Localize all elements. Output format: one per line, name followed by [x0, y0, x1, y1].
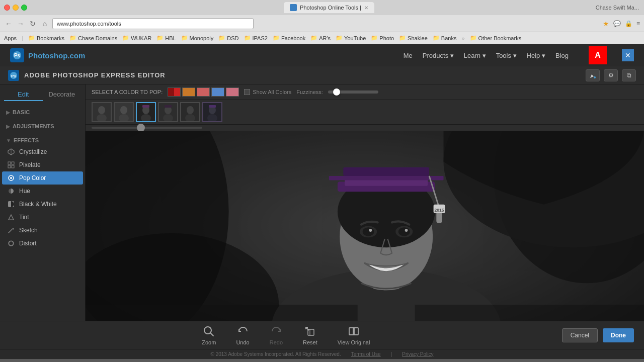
svg-line-15 — [9, 229, 13, 233]
swatch-red[interactable] — [168, 87, 181, 97]
section-effects-header[interactable]: ▼ EFFECTS — [0, 135, 85, 145]
section-adjustments-header[interactable]: ▶ ADJUSTMENTS — [0, 121, 85, 131]
tool-zoom[interactable]: Zoom — [202, 325, 216, 345]
thumbnail-6[interactable] — [202, 102, 222, 122]
bookmark-ipas2[interactable]: 📁 IPAS2 — [244, 35, 268, 41]
tool-reset[interactable]: Reset — [303, 325, 317, 345]
nav-tools[interactable]: Tools ▾ — [496, 52, 517, 59]
bookmark-ars[interactable]: 📁 AR's — [310, 35, 331, 41]
nav-learn[interactable]: Learn ▾ — [464, 52, 486, 59]
swatch-blue[interactable] — [211, 87, 224, 97]
swatch-pink[interactable] — [197, 87, 210, 97]
active-tab[interactable]: Photoshop Online Tools | ✕ — [284, 2, 374, 13]
swatch-orange[interactable] — [182, 87, 195, 97]
black-white-label: Black & White — [19, 201, 57, 208]
thumbnail-1[interactable] — [92, 102, 112, 122]
swatch-rose[interactable] — [226, 87, 239, 97]
tool-redo[interactable]: Redo — [270, 325, 283, 345]
nav-me[interactable]: Me — [404, 52, 413, 59]
bookmark-shaklee[interactable]: 📁 Shaklee — [399, 35, 428, 41]
chase-label: Chase Domains — [78, 35, 117, 41]
sidebar-item-black-white[interactable]: Black & White — [0, 198, 85, 211]
thumbnail-5[interactable] — [180, 102, 200, 122]
chat-icon[interactable]: 💬 — [613, 20, 621, 27]
bookmark-facebook[interactable]: 📁 Facebook — [273, 35, 305, 41]
close-editor-button[interactable]: ✕ — [622, 49, 634, 61]
nav-blog[interactable]: Blog — [555, 52, 569, 59]
canvas-image: 2015 — [86, 131, 644, 321]
tool-view-toggle[interactable]: ⧉ — [622, 69, 636, 81]
bookmark-apps[interactable]: Apps — [4, 35, 17, 41]
bookmark-chase[interactable]: 📁 Chase Domains — [69, 35, 117, 41]
tab-edit[interactable]: Edit — [4, 88, 43, 101]
done-button[interactable]: Done — [603, 328, 634, 342]
bookmark-bookmarks[interactable]: 📁 Bookmarks — [28, 35, 64, 41]
svg-point-59 — [398, 227, 410, 236]
show-all-checkbox[interactable] — [244, 89, 250, 95]
nav-products[interactable]: Products ▾ — [423, 52, 454, 59]
svg-rect-26 — [142, 105, 149, 108]
bookmark-other[interactable]: 📁 Other Bookmarks — [470, 35, 522, 41]
home-button[interactable]: ⌂ — [40, 19, 49, 28]
thumbnail-4[interactable] — [158, 102, 178, 122]
close-button[interactable] — [4, 5, 10, 11]
sidebar-item-crystallize[interactable]: Crystallize — [0, 145, 85, 158]
fuzziness-thumb[interactable] — [333, 88, 340, 96]
svg-rect-10 — [12, 165, 14, 168]
star-icon[interactable]: ★ — [603, 20, 609, 28]
thumbnail-2[interactable] — [114, 102, 134, 122]
back-button[interactable]: ← — [4, 19, 13, 28]
sidebar-item-distort[interactable]: Distort — [0, 237, 85, 250]
sidebar-item-sketch[interactable]: Sketch — [0, 224, 85, 237]
tool-view-original[interactable]: View Original — [338, 325, 370, 345]
nav-help[interactable]: Help ▾ — [527, 52, 545, 59]
tab-close-icon[interactable]: ✕ — [364, 5, 368, 11]
lock-icon: 🔒 — [625, 20, 632, 27]
section-basic-header[interactable]: ▶ BASIC — [0, 107, 85, 117]
show-all-label: Show All Colors — [253, 89, 291, 95]
footer-terms[interactable]: Terms of Use — [351, 351, 381, 357]
sidebar-item-pop-color[interactable]: Pop Color — [2, 171, 83, 185]
thumbnail-3[interactable] — [136, 102, 156, 122]
fuzziness-slider[interactable] — [328, 90, 378, 94]
editor-body: Edit Decorate ▶ BASIC ▶ ADJUSTMENTS — [0, 84, 644, 321]
effect-slider-thumb[interactable] — [137, 124, 145, 132]
ps-logo-icon: Ps — [10, 48, 24, 62]
tab-decorate[interactable]: Decorate — [43, 88, 82, 101]
bookmark-monopoly[interactable]: 📁 Monopoly — [181, 35, 214, 41]
cancel-button[interactable]: Cancel — [562, 328, 598, 342]
menu-icon[interactable]: ≡ — [636, 20, 640, 27]
tool-paint-bucket[interactable] — [586, 69, 600, 81]
tool-settings[interactable]: ⚙ — [604, 69, 618, 81]
footer-privacy[interactable]: Privacy Policy — [402, 351, 433, 357]
effect-slider[interactable] — [92, 127, 202, 129]
sidebar-item-tint[interactable]: Tint — [0, 211, 85, 224]
footer-separator: | — [391, 351, 392, 357]
more-bookmarks[interactable]: » — [461, 35, 464, 41]
bookmark-dsd[interactable]: 📁 DSD — [218, 35, 238, 41]
wukar-label: WUKAR — [131, 35, 151, 41]
tab-favicon — [290, 4, 297, 11]
show-all-colors-toggle[interactable]: Show All Colors — [244, 89, 291, 95]
sidebar-item-pixelate[interactable]: Pixelate — [0, 158, 85, 171]
inactive-tab[interactable] — [374, 2, 386, 13]
refresh-button[interactable]: ↻ — [28, 19, 37, 28]
maximize-button[interactable] — [21, 5, 27, 11]
address-bar[interactable] — [52, 18, 254, 29]
bookmark-wukar[interactable]: 📁 WUKAR — [122, 35, 151, 41]
bookmark-banks[interactable]: 📁 Banks — [433, 35, 457, 41]
sketch-label: Sketch — [19, 227, 38, 234]
ipas2-label: IPAS2 — [253, 35, 268, 41]
banks-label: Banks — [441, 35, 457, 41]
bookmarks-label: Bookmarks — [37, 35, 64, 41]
ps-logo-text: Photoshop.com — [28, 51, 85, 60]
editor-logo-icon: Ps — [8, 70, 19, 81]
tool-undo[interactable]: Undo — [236, 325, 249, 345]
bookmark-photo[interactable]: 📁 Photo — [371, 35, 394, 41]
bookmark-hbl[interactable]: 📁 HBL — [156, 35, 176, 41]
forward-button[interactable]: → — [16, 19, 25, 28]
sidebar-item-hue[interactable]: Hue — [0, 185, 85, 198]
minimize-button[interactable] — [13, 5, 19, 11]
bottom-toolbar: Zoom Undo Redo Reset — [0, 321, 644, 349]
bookmark-youtube[interactable]: 📁 YouTube — [336, 35, 366, 41]
